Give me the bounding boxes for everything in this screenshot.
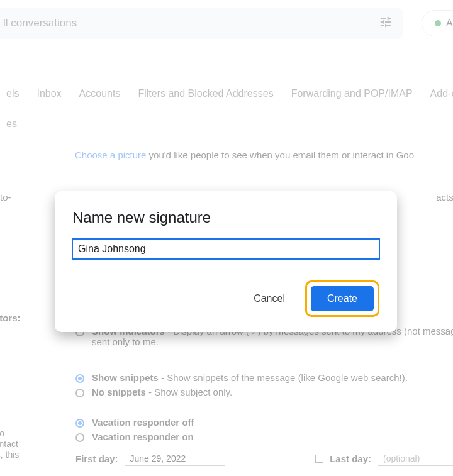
opt-show-snippets-desc: - Show snippets of the message (like Goo…: [159, 372, 408, 383]
search-placeholder: ll conversations: [3, 17, 375, 30]
vacation-on-row[interactable]: Vacation responder on: [76, 431, 453, 442]
last-day-label: Last day:: [330, 453, 371, 464]
opt-no-snippets: No snippets: [92, 387, 146, 397]
auto-right: acts so that: [436, 192, 453, 202]
vacation-off-row[interactable]: Vacation responder off: [76, 417, 453, 428]
radio-icon[interactable]: [76, 433, 84, 442]
snippets-no-row[interactable]: No snippets - Show subject only.: [76, 387, 453, 397]
opt-show-snippets: Show snippets: [92, 372, 159, 383]
create-button-highlight: Create: [305, 280, 379, 317]
status-chip[interactable]: A: [422, 10, 453, 36]
tab-filters[interactable]: Filters and Blocked Addresses: [138, 88, 273, 99]
indicators-label: ndicators:: [0, 313, 21, 323]
status-letter: A: [446, 18, 453, 29]
vacation-on: Vacation responder on: [92, 431, 194, 442]
tab-labels[interactable]: els: [6, 88, 19, 99]
vacation-block: Vacation responder off Vacation responde…: [76, 417, 453, 466]
date-row: First day: Last day:: [76, 451, 453, 466]
vacation-off: Vacation responder off: [92, 417, 194, 428]
last-day-input[interactable]: [378, 451, 453, 466]
radio-icon[interactable]: [76, 419, 84, 428]
signature-name-input[interactable]: [72, 239, 379, 259]
picture-line: Choose a picture you'd like people to se…: [75, 150, 453, 160]
radio-icon[interactable]: [76, 389, 84, 397]
tab-forwarding[interactable]: Forwarding and POP/IMAP: [291, 88, 413, 99]
tab-inbox[interactable]: Inbox: [36, 88, 61, 99]
status-dot-icon: [435, 20, 441, 26]
snippets-block: Show snippets - Show snippets of the mes…: [76, 372, 453, 401]
snippets-show-row[interactable]: Show snippets - Show snippets of the mes…: [76, 372, 453, 383]
first-day-label: First day:: [76, 453, 118, 464]
first-day-input[interactable]: [125, 451, 225, 466]
choose-picture-link[interactable]: Choose a picture: [75, 150, 146, 160]
name-signature-modal: Name new signature Cancel Create: [55, 191, 397, 332]
tune-icon[interactable]: [375, 11, 396, 36]
tab-addons[interactable]: Add-o: [430, 88, 453, 99]
picture-rest: you'd like people to see when you email …: [146, 150, 414, 160]
auto-left: s for auto-: [0, 192, 11, 202]
vacation-label: onder: ated reply to ges. If a contact l…: [0, 417, 63, 460]
modal-title: Name new signature: [72, 209, 379, 226]
radio-icon[interactable]: [76, 374, 84, 383]
subtab[interactable]: es: [0, 118, 17, 130]
cancel-button[interactable]: Cancel: [241, 287, 298, 311]
last-day-checkbox[interactable]: [315, 455, 323, 463]
settings-tabs: els Inbox Accounts Filters and Blocked A…: [0, 88, 453, 99]
opt-no-snippets-desc: - Show subject only.: [146, 387, 232, 397]
create-button[interactable]: Create: [311, 286, 374, 311]
search-bar[interactable]: ll conversations: [0, 8, 403, 39]
tab-accounts[interactable]: Accounts: [79, 88, 121, 99]
